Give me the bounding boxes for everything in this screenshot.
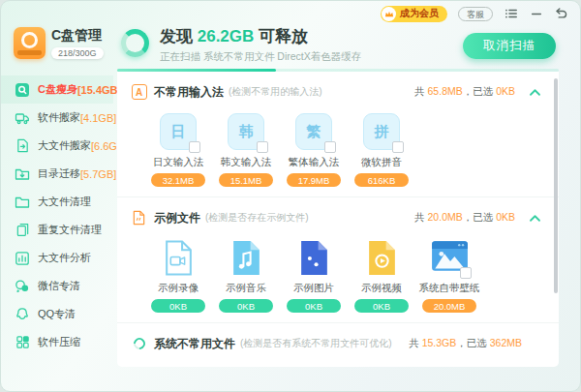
collapse-chevron-icon[interactable]: [529, 88, 541, 97]
sidebar-item-app-compress[interactable]: 软件压缩: [1, 328, 113, 356]
ime-section-icon: A: [131, 84, 147, 101]
truck-icon: [15, 110, 30, 126]
become-vip-button[interactable]: 成为会员: [381, 6, 447, 22]
size-badge: 0KB: [287, 299, 341, 313]
scan-spinner-icon: [121, 29, 149, 57]
scrollbar-thumb[interactable]: [554, 78, 558, 293]
section-system-unused: 系统不常用文件 (检测是否有系统不常用文件可优化) 共 15.3GB，已选 36…: [117, 322, 559, 376]
sidebar-item-big-file-analyze[interactable]: 大文件分析: [1, 244, 113, 272]
sidebar-item-big-file-clean[interactable]: 大文件清理: [1, 188, 113, 216]
sample-picture-icon: [294, 238, 333, 277]
grid-icon: [15, 335, 30, 350]
folder-icon: [15, 195, 30, 210]
item-checkbox[interactable]: [324, 141, 336, 153]
duplicate-files-icon: [15, 223, 30, 238]
sidebar-menu: C盘瘦身[15.4GB] 软件搬家[4.1GB] 大文件搬家[6.6GB] 目录…: [1, 75, 113, 356]
item-ms-pinyin[interactable]: 拼 微软拼音 616KB: [348, 112, 415, 187]
cancel-scan-button[interactable]: 取消扫描: [463, 33, 556, 59]
section-title: 系统不常用文件: [154, 336, 235, 352]
item-checkbox[interactable]: [189, 141, 200, 153]
section-unused-ime: A 不常用输入法 (检测不常用的输入法) 共 65.8MB，已选 0KB 日 日…: [117, 72, 559, 196]
slim-scan-icon: [15, 82, 30, 98]
scan-status-text: 正在扫描 系统不常用文件 DirectX着色器缓存: [160, 50, 361, 64]
section-hint: (检测不常用的输入法): [229, 85, 322, 99]
item-checkbox[interactable]: [460, 267, 472, 279]
app-title: C盘管理: [51, 27, 104, 43]
section-totals: 共 15.3GB，已选 362MB: [409, 337, 522, 350]
item-korean-ime[interactable]: 韩 韩文输入法 15.1MB: [212, 112, 280, 187]
size-badge: 17.9MB: [287, 173, 341, 187]
scan-result-title: 发现 26.2GB 可释放: [160, 26, 361, 46]
sample-video-icon: [362, 238, 401, 277]
sidebar-item-directory-migrate[interactable]: 目录迁移[5.7GB]: [1, 160, 113, 188]
bar-chart-icon: [15, 251, 30, 266]
back-undo-icon[interactable]: [554, 7, 568, 21]
results-panel: A 不常用输入法 (检测不常用的输入法) 共 65.8MB，已选 0KB 日 日…: [117, 72, 559, 367]
sidebar-item-duplicate-clean[interactable]: 重复文件清理: [1, 216, 113, 244]
sidebar-item-big-file-mover[interactable]: 大文件搬家[6.6GB]: [1, 132, 113, 160]
size-badge: 0KB: [151, 299, 205, 313]
minimize-icon[interactable]: [529, 7, 543, 21]
item-checkbox[interactable]: [257, 141, 268, 153]
scan-header: 发现 26.2GB 可释放 正在扫描 系统不常用文件 DirectX着色器缓存: [121, 26, 361, 64]
sidebar-item-app-mover[interactable]: 软件搬家[4.1GB]: [1, 104, 113, 132]
app-header: C盘管理 218/300G: [1, 27, 113, 60]
item-traditional-ime[interactable]: 繁 繁体输入法 17.9MB: [280, 112, 348, 187]
item-japanese-ime[interactable]: 日 日文输入法 32.1MB: [144, 112, 212, 187]
sidebar-item-qq-clean[interactable]: QQ专清: [1, 300, 113, 328]
section-totals: 共 65.8MB，已选 0KB: [414, 85, 515, 99]
sidebar-item-value: [15.4GB]: [77, 84, 121, 96]
sample-files-section-icon: [131, 210, 147, 226]
section-title: 示例文件: [154, 210, 200, 226]
item-sample-video[interactable]: 示例视频 0KB: [348, 238, 415, 313]
disk-usage-badge: 218/300G: [51, 47, 104, 59]
sidebar-item-label: C盘瘦身: [38, 82, 77, 97]
qq-penguin-icon: [15, 307, 30, 322]
sample-items-row: 示例录像 0KB 示例音乐 0KB 示例图片 0KB: [129, 232, 549, 322]
menu-list-icon[interactable]: [504, 7, 518, 21]
vip-label: 成为会员: [400, 7, 439, 20]
section-sample-files: 示例文件 (检测是否存在示例文件) 共 20.0MB，已选 0KB 示例录像 0…: [117, 196, 559, 322]
sample-recording-icon: [159, 238, 198, 277]
item-sample-picture[interactable]: 示例图片 0KB: [280, 238, 348, 313]
item-sample-recording[interactable]: 示例录像 0KB: [144, 238, 212, 313]
size-badge: 0KB: [354, 299, 409, 313]
scanning-ring-icon: [131, 336, 147, 352]
sidebar-item-wechat-clean[interactable]: 微信专清: [1, 272, 113, 300]
sample-music-icon: [227, 238, 265, 277]
sidebar-item-slim-c-drive[interactable]: C盘瘦身[15.4GB]: [1, 75, 113, 104]
file-move-icon: [15, 138, 30, 154]
releasable-size: 26.2GB: [198, 27, 255, 45]
collapse-chevron-icon[interactable]: [529, 214, 541, 223]
item-system-wallpaper[interactable]: 系统自带壁纸 20.0MB: [415, 238, 483, 313]
section-hint: (检测是否有系统不常用文件可优化): [240, 337, 392, 350]
app-window: 成为会员 客服 C盘管理 218/300G: [0, 0, 581, 392]
sidebar: C盘管理 218/300G C盘瘦身[15.4GB] 软件搬家[4.1GB]: [1, 1, 113, 392]
ime-items-row: 日 日文输入法 32.1MB 韩 韩文输入法 15.1MB 繁 繁体输入法 17…: [129, 106, 549, 196]
disk-drive-icon: [14, 27, 46, 59]
section-totals: 共 20.0MB，已选 0KB: [414, 211, 515, 225]
folder-arrow-icon: [15, 166, 30, 182]
size-badge: 32.1MB: [151, 173, 205, 187]
support-button[interactable]: 客服: [458, 7, 493, 21]
item-sample-music[interactable]: 示例音乐 0KB: [212, 238, 280, 313]
section-hint: (检测是否存在示例文件): [205, 211, 309, 225]
size-badge: 0KB: [219, 299, 273, 313]
item-checkbox[interactable]: [392, 141, 404, 153]
size-badge: 616KB: [354, 173, 409, 187]
crown-icon: [382, 7, 396, 21]
wechat-icon: [15, 279, 30, 294]
size-badge: 15.1MB: [219, 173, 273, 187]
titlebar: 成为会员 客服: [1, 1, 580, 26]
size-badge: 20.0MB: [422, 299, 476, 313]
section-title: 不常用输入法: [154, 84, 224, 101]
